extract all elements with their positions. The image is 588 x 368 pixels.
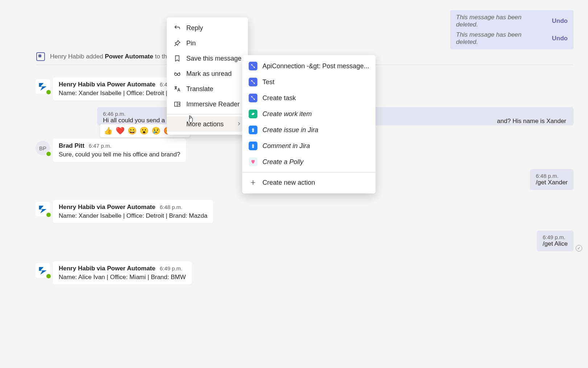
translate-icon — [173, 85, 181, 93]
flow-icon — [249, 94, 257, 102]
devops-icon — [249, 110, 257, 118]
avatar-initials: BP — [39, 145, 46, 151]
message-bubble-mine[interactable]: 6:49 p.m. /get Alice — [537, 230, 573, 251]
chat-area: This message has been deleted. Undo This… — [0, 0, 588, 368]
submenu-create-jira-issue[interactable]: Create issue in Jira — [242, 122, 376, 138]
reaction-surprised[interactable]: 😮 — [140, 126, 149, 135]
submenu-api-connection[interactable]: ApiConnection -&gt: Post message... — [242, 58, 376, 74]
message-body: Name: Alice Ivan | Office: Miami | Brand… — [59, 274, 186, 281]
more-actions-submenu: ApiConnection -&gt: Post message... Test… — [242, 55, 376, 193]
menu-pin[interactable]: Pin — [167, 36, 248, 51]
deleted-text: This message has been deleted. — [456, 14, 541, 28]
message-time: 6:49 p.m. — [160, 265, 183, 271]
message-bubble[interactable]: Brad Pitt 6:47 p.m. Sure, could you tell… — [53, 139, 186, 162]
message-sender: Henry Habib via Power Automate — [59, 81, 156, 88]
system-message-text: Henry Habib added Power Automate to the … — [50, 53, 186, 60]
bot-avatar — [36, 263, 50, 278]
menu-translate[interactable]: Translate — [167, 81, 248, 97]
reaction-laugh[interactable]: 😄 — [128, 126, 137, 135]
presence-icon — [46, 151, 51, 157]
polly-icon — [249, 158, 257, 166]
message-sender: Henry Habib via Power Automate — [59, 265, 156, 272]
user-avatar: BP — [36, 141, 50, 155]
flow-icon — [249, 62, 257, 70]
glasses-icon — [173, 70, 181, 78]
blank-icon — [173, 120, 181, 128]
message-sender: Henry Habib via Power Automate — [59, 204, 156, 211]
presence-icon — [46, 273, 51, 279]
undo-link[interactable]: Undo — [552, 17, 568, 25]
message-time: 6:47 p.m. — [89, 143, 112, 149]
menu-immersive-reader[interactable]: Immersive Reader — [167, 97, 248, 112]
jira-icon — [249, 142, 257, 150]
reply-icon — [173, 24, 181, 32]
pin-icon — [173, 39, 181, 47]
message-bubble-mine[interactable]: 6:48 p.m. /get Xander — [530, 169, 573, 190]
message-time: 6:48 p.m. — [536, 173, 568, 179]
reaction-thumbs-up[interactable]: 👍 — [104, 126, 113, 135]
message-bubble[interactable]: Henry Habib via Power Automate 6:49 p.m.… — [53, 261, 192, 285]
message-sender: Brad Pitt — [59, 142, 84, 150]
submenu-test[interactable]: Test — [242, 74, 376, 90]
plus-icon — [249, 178, 257, 187]
menu-divider — [242, 172, 376, 172]
seen-indicator-icon — [576, 245, 582, 252]
deleted-text: This message has been deleted. — [456, 31, 541, 46]
reaction-heart[interactable]: ❤️ — [116, 126, 125, 135]
message-body: Sure, could you tell me his office and b… — [59, 151, 180, 158]
message-body: Name: Xander Isabelle | Office: Detroit … — [59, 90, 182, 97]
context-menu: Reply Pin Save this message Mark as unre… — [167, 17, 248, 135]
menu-mark-unread[interactable]: Mark as unread — [167, 66, 248, 81]
bookmark-icon — [173, 54, 181, 62]
presence-icon — [46, 89, 51, 95]
menu-divider — [167, 114, 248, 114]
submenu-create-work-item[interactable]: Create work item — [242, 106, 376, 122]
reader-icon — [173, 100, 181, 108]
app-icon — [36, 52, 45, 61]
message-time: 6:48 p.m. — [160, 204, 183, 210]
message-body: /get Xander — [536, 179, 568, 186]
submenu-comment-jira[interactable]: Comment in Jira — [242, 138, 376, 154]
message-body-tail: and? His name is Xander — [497, 118, 566, 125]
chevron-right-icon — [236, 120, 241, 128]
flow-icon — [249, 78, 257, 86]
submenu-create-task[interactable]: Create task — [242, 90, 376, 106]
menu-reply[interactable]: Reply — [167, 20, 248, 36]
bot-avatar — [36, 79, 50, 94]
jira-icon — [249, 126, 257, 134]
undo-link[interactable]: Undo — [552, 35, 568, 42]
menu-save[interactable]: Save this message — [167, 51, 248, 66]
message-body: /get Alice — [543, 240, 568, 248]
menu-more-actions[interactable]: More actions — [167, 116, 248, 132]
reaction-sad[interactable]: 😢 — [152, 126, 161, 135]
submenu-create-new-action[interactable]: Create new action — [242, 175, 376, 191]
presence-icon — [46, 212, 51, 218]
deleted-message-banner: This message has been deleted. Undo — [450, 28, 573, 49]
message-time: 6:49 p.m. — [543, 234, 568, 240]
bot-avatar — [36, 202, 50, 216]
message-body: Name: Xander Isabelle | Office: Detroit … — [59, 212, 207, 220]
submenu-create-polly[interactable]: Create a Polly — [242, 154, 376, 170]
message-bubble[interactable]: Henry Habib via Power Automate 6:48 p.m.… — [53, 200, 213, 223]
